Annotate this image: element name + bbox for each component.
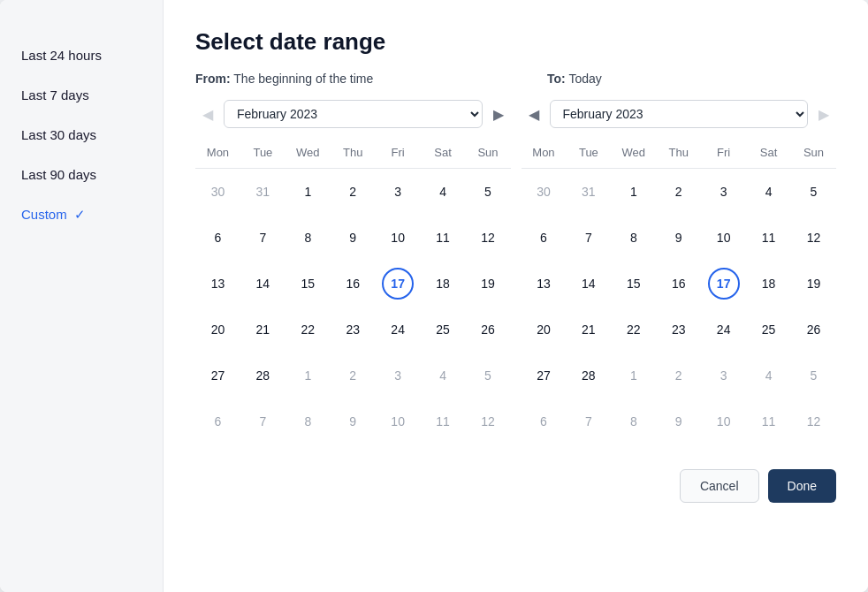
day-cell[interactable]: 28 [573, 360, 605, 391]
day-cell[interactable]: 6 [202, 222, 233, 254]
day-cell[interactable]: 14 [247, 268, 278, 300]
day-cell[interactable]: 4 [753, 176, 785, 208]
day-cell[interactable]: 5 [798, 176, 830, 208]
day-cell[interactable]: 4 [427, 176, 459, 208]
day-cell[interactable]: 23 [663, 314, 695, 345]
day-cell[interactable]: 14 [573, 268, 605, 300]
table-row[interactable]: 16 [331, 261, 376, 307]
table-row[interactable]: 18 [421, 261, 466, 307]
table-row[interactable]: 2 [331, 169, 376, 216]
table-row[interactable]: 13 [195, 261, 240, 307]
day-cell[interactable]: 15 [292, 268, 324, 300]
day-cell[interactable]: 6 [528, 222, 560, 254]
table-row[interactable]: 19 [466, 261, 511, 307]
day-cell[interactable]: 2 [663, 176, 695, 208]
day-cell[interactable]: 21 [573, 314, 605, 345]
table-row[interactable]: 19 [791, 261, 836, 307]
day-cell[interactable]: 7 [247, 222, 278, 254]
table-row[interactable]: 1 [286, 169, 331, 216]
day-cell[interactable]: 27 [528, 360, 560, 391]
right-prev-button[interactable]: ◀ [522, 102, 546, 126]
sidebar-item-last-30[interactable]: Last 30 days [0, 115, 163, 155]
table-row[interactable]: 2 [656, 169, 701, 216]
table-row[interactable]: 3 [701, 169, 746, 216]
day-cell[interactable]: 25 [427, 314, 459, 345]
table-row[interactable]: 5 [466, 169, 511, 216]
table-row[interactable]: 9 [331, 215, 376, 261]
table-row[interactable]: 22 [286, 307, 331, 353]
table-row[interactable]: 4 [421, 169, 466, 216]
day-cell[interactable]: 19 [472, 268, 504, 300]
table-row[interactable]: 23 [656, 307, 701, 353]
table-row[interactable]: 12 [791, 215, 836, 261]
table-row[interactable]: 11 [746, 215, 791, 261]
day-cell[interactable]: 12 [472, 222, 504, 254]
day-cell[interactable]: 18 [427, 268, 459, 300]
table-row[interactable]: 14 [240, 261, 286, 307]
sidebar-item-last-90[interactable]: Last 90 days [0, 155, 163, 194]
day-cell[interactable]: 8 [618, 222, 650, 254]
day-cell[interactable]: 20 [528, 314, 560, 345]
day-cell[interactable]: 1 [618, 176, 650, 208]
table-row[interactable]: 24 [701, 307, 746, 353]
day-cell[interactable]: 5 [472, 176, 504, 208]
table-row[interactable]: 25 [421, 307, 466, 353]
table-row[interactable]: 22 [611, 307, 656, 353]
table-row[interactable]: 9 [656, 215, 701, 261]
table-row[interactable]: 8 [611, 215, 656, 261]
table-row[interactable]: 26 [466, 307, 511, 353]
day-cell[interactable]: 16 [337, 268, 369, 300]
table-row[interactable]: 18 [746, 261, 791, 307]
left-next-button[interactable]: ▶ [486, 102, 511, 126]
day-cell[interactable]: 11 [753, 222, 785, 254]
table-row[interactable]: 24 [376, 307, 421, 353]
day-cell[interactable]: 24 [382, 314, 414, 345]
table-row[interactable]: 8 [286, 215, 331, 261]
day-cell[interactable]: 15 [618, 268, 650, 300]
table-row[interactable]: 7 [240, 215, 286, 261]
table-row[interactable]: 20 [522, 307, 567, 353]
table-row[interactable]: 10 [701, 215, 746, 261]
day-cell[interactable]: 28 [247, 360, 278, 391]
day-cell[interactable]: 16 [663, 268, 695, 300]
day-cell[interactable]: 1 [292, 176, 324, 208]
table-row[interactable]: 15 [611, 261, 656, 307]
table-row[interactable]: 27 [522, 353, 567, 398]
day-cell[interactable]: 22 [618, 314, 650, 345]
table-row[interactable]: 28 [566, 353, 611, 398]
day-cell[interactable]: 13 [202, 268, 233, 300]
day-cell[interactable]: 2 [337, 176, 369, 208]
table-row[interactable]: 7 [566, 215, 611, 261]
left-prev-button[interactable]: ◀ [195, 102, 220, 126]
day-cell[interactable]: 9 [337, 222, 369, 254]
day-cell[interactable]: 3 [382, 176, 414, 208]
day-cell[interactable]: 23 [337, 314, 369, 345]
day-cell[interactable]: 12 [798, 222, 830, 254]
sidebar-item-last-7[interactable]: Last 7 days [0, 75, 163, 115]
table-row[interactable]: 14 [566, 261, 611, 307]
table-row[interactable]: 4 [746, 169, 791, 216]
table-row[interactable]: 16 [656, 261, 701, 307]
day-cell[interactable]: 19 [798, 268, 830, 300]
day-cell[interactable]: 21 [247, 314, 278, 345]
right-next-button[interactable]: ▶ [811, 102, 836, 126]
right-month-select[interactable]: February 2023 [550, 100, 809, 128]
sidebar-item-last-24[interactable]: Last 24 hours [0, 35, 163, 75]
highlighted-day[interactable]: 17 [708, 268, 740, 300]
table-row[interactable]: 6 [522, 215, 567, 261]
table-row[interactable]: 20 [195, 307, 240, 353]
day-cell[interactable]: 27 [202, 360, 233, 391]
left-month-select[interactable]: February 2023 [224, 100, 483, 128]
table-row[interactable]: 6 [195, 215, 240, 261]
table-row[interactable]: 28 [240, 353, 286, 398]
day-cell[interactable]: 18 [753, 268, 785, 300]
day-cell[interactable]: 3 [708, 176, 740, 208]
table-row[interactable]: 25 [746, 307, 791, 353]
day-cell[interactable]: 26 [798, 314, 830, 345]
table-row[interactable]: 17 [376, 261, 421, 307]
day-cell[interactable]: 11 [427, 222, 459, 254]
table-row[interactable]: 15 [286, 261, 331, 307]
table-row[interactable]: 26 [791, 307, 836, 353]
table-row[interactable]: 5 [791, 169, 836, 216]
day-cell[interactable]: 20 [202, 314, 233, 345]
